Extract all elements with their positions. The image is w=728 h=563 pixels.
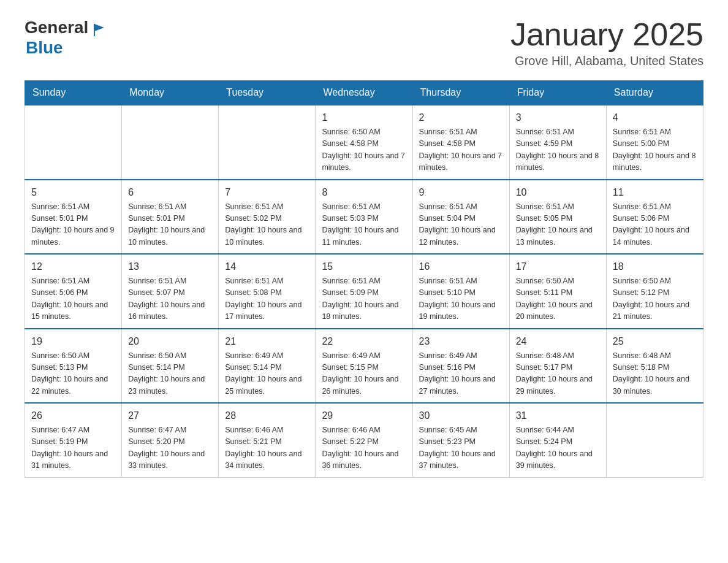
day-number: 10 (516, 185, 600, 200)
calendar-cell: 29Sunrise: 6:46 AM Sunset: 5:22 PM Dayli… (316, 403, 412, 477)
logo-blue-text: Blue (25, 39, 107, 58)
calendar-week-3: 12Sunrise: 6:51 AM Sunset: 5:06 PM Dayli… (25, 254, 703, 329)
day-number: 28 (225, 408, 309, 423)
calendar-cell: 1Sunrise: 6:50 AM Sunset: 4:58 PM Daylig… (316, 105, 412, 180)
calendar-cell: 13Sunrise: 6:51 AM Sunset: 5:07 PM Dayli… (122, 254, 219, 329)
day-info: Sunrise: 6:51 AM Sunset: 5:03 PM Dayligh… (322, 201, 406, 249)
day-number: 15 (322, 259, 406, 274)
day-info: Sunrise: 6:51 AM Sunset: 4:59 PM Dayligh… (516, 126, 600, 174)
day-number: 3 (516, 110, 600, 125)
calendar-cell: 7Sunrise: 6:51 AM Sunset: 5:02 PM Daylig… (219, 180, 316, 255)
calendar-cell (25, 105, 122, 180)
day-number: 19 (31, 334, 115, 349)
day-number: 20 (128, 334, 212, 349)
day-info: Sunrise: 6:50 AM Sunset: 5:13 PM Dayligh… (31, 350, 115, 398)
day-info: Sunrise: 6:49 AM Sunset: 5:15 PM Dayligh… (322, 350, 406, 398)
day-info: Sunrise: 6:51 AM Sunset: 5:06 PM Dayligh… (31, 275, 115, 323)
day-info: Sunrise: 6:51 AM Sunset: 5:05 PM Dayligh… (516, 201, 600, 249)
weekday-header-monday: Monday (122, 81, 219, 105)
day-info: Sunrise: 6:51 AM Sunset: 5:04 PM Dayligh… (419, 201, 503, 249)
calendar-cell (219, 105, 316, 180)
weekday-header-thursday: Thursday (412, 81, 509, 105)
svg-marker-0 (94, 24, 104, 31)
day-info: Sunrise: 6:48 AM Sunset: 5:17 PM Dayligh… (516, 350, 600, 398)
calendar-cell: 20Sunrise: 6:50 AM Sunset: 5:14 PM Dayli… (122, 329, 219, 404)
logo-general-text: General (25, 18, 88, 37)
calendar-cell (122, 105, 219, 180)
day-info: Sunrise: 6:51 AM Sunset: 5:00 PM Dayligh… (613, 126, 697, 174)
calendar-cell: 10Sunrise: 6:51 AM Sunset: 5:05 PM Dayli… (509, 180, 606, 255)
day-number: 16 (419, 259, 503, 274)
day-info: Sunrise: 6:51 AM Sunset: 5:08 PM Dayligh… (225, 275, 309, 323)
page-header: General Blue January 2025 Grove Hill, Al… (25, 18, 703, 68)
day-info: Sunrise: 6:44 AM Sunset: 5:24 PM Dayligh… (516, 424, 600, 472)
day-info: Sunrise: 6:51 AM Sunset: 5:01 PM Dayligh… (128, 201, 212, 249)
month-title: January 2025 (510, 18, 703, 50)
calendar-header-row: SundayMondayTuesdayWednesdayThursdayFrid… (25, 81, 703, 105)
day-number: 22 (322, 334, 406, 349)
calendar-cell: 17Sunrise: 6:50 AM Sunset: 5:11 PM Dayli… (509, 254, 606, 329)
calendar-cell: 12Sunrise: 6:51 AM Sunset: 5:06 PM Dayli… (25, 254, 122, 329)
day-number: 1 (322, 110, 406, 125)
calendar-cell: 3Sunrise: 6:51 AM Sunset: 4:59 PM Daylig… (509, 105, 606, 180)
calendar-cell: 4Sunrise: 6:51 AM Sunset: 5:00 PM Daylig… (606, 105, 703, 180)
title-block: January 2025 Grove Hill, Alabama, United… (510, 18, 703, 68)
calendar-table: SundayMondayTuesdayWednesdayThursdayFrid… (25, 80, 703, 478)
day-info: Sunrise: 6:51 AM Sunset: 5:06 PM Dayligh… (613, 201, 697, 249)
day-info: Sunrise: 6:51 AM Sunset: 5:02 PM Dayligh… (225, 201, 309, 249)
day-number: 31 (516, 408, 600, 423)
calendar-cell: 5Sunrise: 6:51 AM Sunset: 5:01 PM Daylig… (25, 180, 122, 255)
day-number: 17 (516, 259, 600, 274)
calendar-cell: 2Sunrise: 6:51 AM Sunset: 4:58 PM Daylig… (412, 105, 509, 180)
weekday-header-wednesday: Wednesday (316, 81, 412, 105)
calendar-cell: 27Sunrise: 6:47 AM Sunset: 5:20 PM Dayli… (122, 403, 219, 477)
calendar-cell: 6Sunrise: 6:51 AM Sunset: 5:01 PM Daylig… (122, 180, 219, 255)
logo: General Blue (25, 18, 107, 58)
calendar-cell (606, 403, 703, 477)
day-info: Sunrise: 6:50 AM Sunset: 5:11 PM Dayligh… (516, 275, 600, 323)
day-info: Sunrise: 6:46 AM Sunset: 5:21 PM Dayligh… (225, 424, 309, 472)
day-info: Sunrise: 6:50 AM Sunset: 4:58 PM Dayligh… (322, 126, 406, 174)
day-number: 27 (128, 408, 212, 423)
calendar-cell: 19Sunrise: 6:50 AM Sunset: 5:13 PM Dayli… (25, 329, 122, 404)
calendar-cell: 31Sunrise: 6:44 AM Sunset: 5:24 PM Dayli… (509, 403, 606, 477)
day-info: Sunrise: 6:46 AM Sunset: 5:22 PM Dayligh… (322, 424, 406, 472)
day-number: 23 (419, 334, 503, 349)
calendar-cell: 28Sunrise: 6:46 AM Sunset: 5:21 PM Dayli… (219, 403, 316, 477)
day-number: 2 (419, 110, 503, 125)
day-info: Sunrise: 6:51 AM Sunset: 5:07 PM Dayligh… (128, 275, 212, 323)
calendar-cell: 22Sunrise: 6:49 AM Sunset: 5:15 PM Dayli… (316, 329, 412, 404)
calendar-cell: 23Sunrise: 6:49 AM Sunset: 5:16 PM Dayli… (412, 329, 509, 404)
calendar-cell: 18Sunrise: 6:50 AM Sunset: 5:12 PM Dayli… (606, 254, 703, 329)
day-info: Sunrise: 6:49 AM Sunset: 5:16 PM Dayligh… (419, 350, 503, 398)
calendar-week-2: 5Sunrise: 6:51 AM Sunset: 5:01 PM Daylig… (25, 180, 703, 255)
logo-flag-icon (92, 23, 107, 37)
calendar-cell: 24Sunrise: 6:48 AM Sunset: 5:17 PM Dayli… (509, 329, 606, 404)
location-text: Grove Hill, Alabama, United States (510, 54, 703, 68)
calendar-cell: 21Sunrise: 6:49 AM Sunset: 5:14 PM Dayli… (219, 329, 316, 404)
day-info: Sunrise: 6:51 AM Sunset: 4:58 PM Dayligh… (419, 126, 503, 174)
day-info: Sunrise: 6:51 AM Sunset: 5:09 PM Dayligh… (322, 275, 406, 323)
weekday-header-friday: Friday (509, 81, 606, 105)
day-number: 24 (516, 334, 600, 349)
calendar-cell: 16Sunrise: 6:51 AM Sunset: 5:10 PM Dayli… (412, 254, 509, 329)
calendar-cell: 26Sunrise: 6:47 AM Sunset: 5:19 PM Dayli… (25, 403, 122, 477)
calendar-cell: 14Sunrise: 6:51 AM Sunset: 5:08 PM Dayli… (219, 254, 316, 329)
calendar-cell: 25Sunrise: 6:48 AM Sunset: 5:18 PM Dayli… (606, 329, 703, 404)
calendar-cell: 11Sunrise: 6:51 AM Sunset: 5:06 PM Dayli… (606, 180, 703, 255)
day-number: 4 (613, 110, 697, 125)
day-number: 6 (128, 185, 212, 200)
day-number: 11 (613, 185, 697, 200)
day-number: 26 (31, 408, 115, 423)
calendar-week-1: 1Sunrise: 6:50 AM Sunset: 4:58 PM Daylig… (25, 105, 703, 180)
calendar-cell: 15Sunrise: 6:51 AM Sunset: 5:09 PM Dayli… (316, 254, 412, 329)
calendar-week-4: 19Sunrise: 6:50 AM Sunset: 5:13 PM Dayli… (25, 329, 703, 404)
day-number: 29 (322, 408, 406, 423)
day-number: 30 (419, 408, 503, 423)
calendar-cell: 8Sunrise: 6:51 AM Sunset: 5:03 PM Daylig… (316, 180, 412, 255)
day-number: 14 (225, 259, 309, 274)
weekday-header-sunday: Sunday (25, 81, 122, 105)
day-number: 7 (225, 185, 309, 200)
day-info: Sunrise: 6:51 AM Sunset: 5:10 PM Dayligh… (419, 275, 503, 323)
day-number: 8 (322, 185, 406, 200)
